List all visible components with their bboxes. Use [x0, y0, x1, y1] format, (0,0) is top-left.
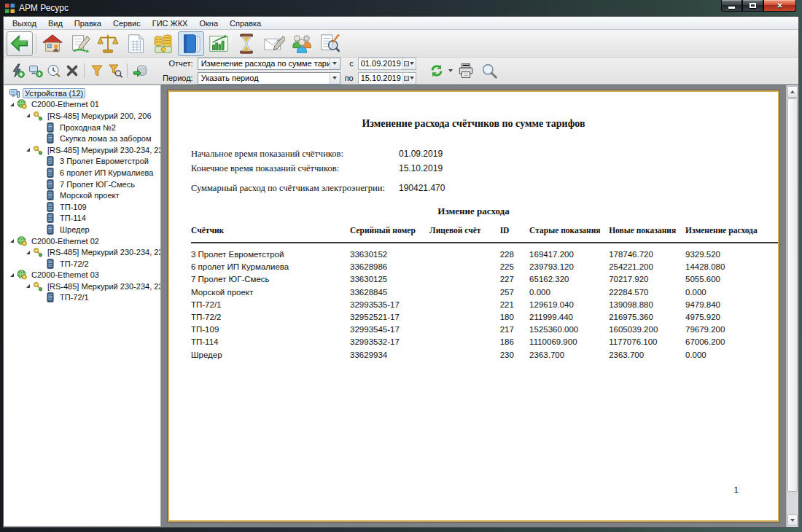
menu-item[interactable]: Окна	[193, 17, 224, 29]
tree-node[interactable]: Шредер	[4, 224, 160, 235]
toolbar-separator	[84, 63, 85, 78]
tree-node[interactable]: C2000-Ethernet 02	[4, 235, 160, 247]
tree-node[interactable]: [RS-485] Меркурий 230-234, 236	[4, 281, 160, 292]
period-select[interactable]: Указать период	[198, 72, 340, 85]
scroll-up-button[interactable]	[787, 86, 798, 98]
maximize-button[interactable]	[742, 0, 763, 12]
table-cell	[429, 273, 500, 286]
print-button[interactable]	[456, 60, 476, 81]
tree-node[interactable]: 3 Пролет Еврометстрой	[4, 156, 160, 168]
add-connection-button[interactable]	[8, 62, 26, 79]
reports-button[interactable]	[178, 31, 204, 56]
spreadsheet-button[interactable]	[122, 31, 149, 56]
close-icon: ✕	[776, 2, 782, 9]
tree-node-label[interactable]: ТП-72/2	[58, 259, 90, 268]
date-from-picker[interactable]	[402, 58, 416, 69]
menu-item[interactable]: Сервис	[107, 17, 147, 29]
tree-node[interactable]: 7 Пролет ЮГ-Смесь	[4, 179, 160, 190]
delete-button[interactable]	[63, 62, 81, 79]
expand-toggle-icon[interactable]	[23, 114, 33, 117]
tree-node[interactable]: ТП-72/2	[4, 258, 160, 270]
tree-node-label[interactable]: Устройства (12)	[23, 88, 85, 98]
tree-node-label[interactable]: 6 пролет ИП Курмалиева	[58, 168, 155, 177]
tree-node-label[interactable]: Шредер	[58, 225, 91, 234]
refresh-button[interactable]	[427, 60, 447, 81]
tree-node[interactable]: [RS-485] Меркурий 230-234, 236	[4, 144, 160, 156]
tree-node[interactable]: ТП-114	[4, 213, 160, 224]
payments-button[interactable]	[150, 31, 176, 56]
tree-node-label[interactable]: [RS-485] Меркурий 230-234, 236	[46, 282, 161, 291]
menu-item[interactable]: Выход	[7, 17, 42, 29]
date-from-field[interactable]: 01.09.2019	[358, 58, 416, 70]
expand-toggle-icon[interactable]	[7, 273, 17, 277]
tree-node-label[interactable]: 7 Пролет ЮГ-Смесь	[58, 180, 136, 189]
filter-search-button[interactable]	[106, 62, 124, 79]
meter-icon	[45, 179, 56, 189]
report-field-label: Конечное время показаний счётчиков:	[191, 163, 399, 174]
tree-node-label[interactable]: C2000-Ethernet 03	[30, 270, 101, 279]
tree-node[interactable]: C2000-Ethernet 01	[4, 99, 160, 111]
close-button[interactable]: ✕	[763, 0, 796, 12]
tree-node-label[interactable]: [RS-485] Меркурий 230-234, 236	[46, 146, 161, 154]
report-label: Отчет:	[163, 59, 193, 68]
home-objects-button[interactable]	[39, 31, 66, 56]
schedule-button[interactable]	[233, 31, 260, 56]
tree-node-label[interactable]: Скупка лома за забором	[58, 134, 153, 143]
tree-node[interactable]: Проходная №2	[4, 122, 160, 133]
poll-schedule-button[interactable]	[44, 62, 63, 79]
edit-data-button[interactable]	[67, 31, 93, 56]
tree-node-label[interactable]: Проходная №2	[58, 123, 117, 132]
menu-item[interactable]: Правка	[69, 17, 107, 29]
tree-node[interactable]: ТП-109	[4, 201, 160, 213]
scroll-down-button[interactable]	[787, 515, 798, 526]
expand-toggle-icon[interactable]	[23, 251, 33, 254]
tree-node-label[interactable]: C2000-Ethernet 02	[30, 237, 101, 246]
audit-button[interactable]	[316, 31, 343, 56]
tree-node[interactable]: 6 пролет ИП Курмалиева	[4, 167, 160, 179]
minimize-button[interactable]	[721, 0, 742, 12]
table-cell: 0.000	[685, 348, 779, 361]
expand-toggle-icon[interactable]	[7, 103, 17, 106]
period-select-arrow[interactable]	[330, 73, 340, 84]
tree-node-label[interactable]: Морской проект	[58, 191, 121, 200]
add-device-button[interactable]	[26, 62, 44, 79]
to-label: по	[345, 74, 354, 82]
tree-node[interactable]: Устройства (12)	[4, 87, 160, 99]
scrollbar-thumb[interactable]	[787, 98, 798, 492]
menu-item[interactable]: Вид	[42, 17, 69, 29]
database-import-button[interactable]	[131, 62, 149, 79]
expand-toggle-icon[interactable]	[23, 284, 33, 288]
tree-node-label[interactable]: ТП-114	[58, 214, 87, 222]
tree-node[interactable]: ТП-72/1	[4, 292, 160, 304]
users-button[interactable]	[289, 31, 315, 56]
tree-node[interactable]: [RS-485] Меркурий 230-234, 236	[4, 246, 160, 258]
tariffs-button[interactable]	[95, 31, 121, 56]
tree-node[interactable]: Морской проект	[4, 189, 160, 201]
expand-toggle-icon[interactable]	[23, 148, 33, 152]
charts-button[interactable]	[206, 31, 232, 56]
tree-node[interactable]: Скупка лома за забором	[4, 133, 160, 144]
tree-node-label[interactable]: [RS-485] Меркурий 200, 206	[46, 112, 153, 120]
mail-button[interactable]	[261, 31, 287, 56]
report-select-arrow[interactable]	[330, 58, 340, 69]
tree-node[interactable]: C2000-Ethernet 03	[4, 270, 160, 281]
back-button[interactable]	[7, 31, 33, 56]
tree-node[interactable]: [RS-485] Меркурий 200, 206	[4, 110, 160, 122]
tree-node-label[interactable]: 3 Пролет Еврометстрой	[58, 157, 150, 165]
menu-item[interactable]: ГИС ЖКХ	[147, 17, 194, 29]
tree-node-label[interactable]: ТП-109	[58, 203, 88, 211]
tree-node-label[interactable]: ТП-72/1	[58, 293, 90, 302]
tree-node-label[interactable]: C2000-Ethernet 01	[30, 100, 101, 109]
date-to-field[interactable]: 15.10.2019	[358, 72, 416, 85]
menu-item[interactable]: Справка	[224, 17, 267, 29]
expand-toggle-icon[interactable]	[7, 239, 17, 243]
title-bar[interactable]: АРМ Ресурс ✕	[0, 0, 802, 16]
refresh-dropdown-icon[interactable]	[448, 69, 453, 72]
filter-button[interactable]	[87, 62, 106, 79]
date-to-picker[interactable]	[402, 73, 416, 84]
report-select[interactable]: Изменение расхода по сумме тарифов	[198, 58, 340, 70]
zoom-button[interactable]	[479, 60, 499, 81]
table-cell: 22284.570	[609, 286, 685, 298]
tree-node-label[interactable]: [RS-485] Меркурий 230-234, 236	[46, 248, 161, 257]
vertical-scrollbar[interactable]	[786, 85, 798, 527]
